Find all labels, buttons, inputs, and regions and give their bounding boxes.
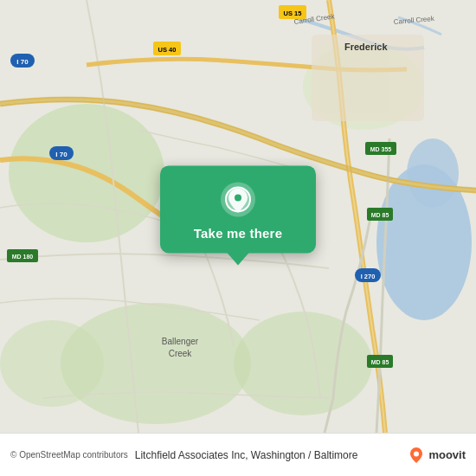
map-container: Frederick Carroll Creek Carroll Creek Ba… xyxy=(0,0,476,433)
svg-text:Creek: Creek xyxy=(169,349,193,358)
svg-text:US 40: US 40 xyxy=(158,46,177,54)
svg-text:MD 180: MD 180 xyxy=(12,254,34,260)
svg-text:MD 355: MD 355 xyxy=(370,146,392,152)
place-name: Litchfield Associates Inc, Washington / … xyxy=(135,449,408,461)
bottom-bar: © OpenStreetMap contributors Litchfield … xyxy=(0,433,476,476)
svg-text:MD 85: MD 85 xyxy=(371,212,389,218)
moovit-text: moovit xyxy=(428,448,466,461)
copyright-text: © OpenStreetMap contributors xyxy=(10,450,128,460)
svg-text:Frederick: Frederick xyxy=(344,42,388,52)
svg-point-37 xyxy=(414,451,419,456)
svg-point-1 xyxy=(9,104,164,242)
svg-point-3 xyxy=(234,312,372,415)
svg-point-8 xyxy=(407,138,459,208)
svg-text:US 15: US 15 xyxy=(284,10,302,17)
svg-text:I 70: I 70 xyxy=(55,151,68,158)
take-me-there-label: Take me there xyxy=(194,226,282,241)
svg-point-4 xyxy=(0,320,104,407)
take-me-there-button[interactable]: Take me there xyxy=(160,165,316,253)
svg-text:MD 85: MD 85 xyxy=(371,359,389,365)
moovit-pin-icon xyxy=(408,447,425,464)
svg-text:I 270: I 270 xyxy=(361,273,376,280)
moovit-logo: moovit xyxy=(408,447,466,464)
svg-text:I 70: I 70 xyxy=(16,58,29,66)
svg-text:Ballenger: Ballenger xyxy=(162,337,199,346)
svg-point-36 xyxy=(235,194,241,201)
location-pin-icon xyxy=(220,181,256,217)
